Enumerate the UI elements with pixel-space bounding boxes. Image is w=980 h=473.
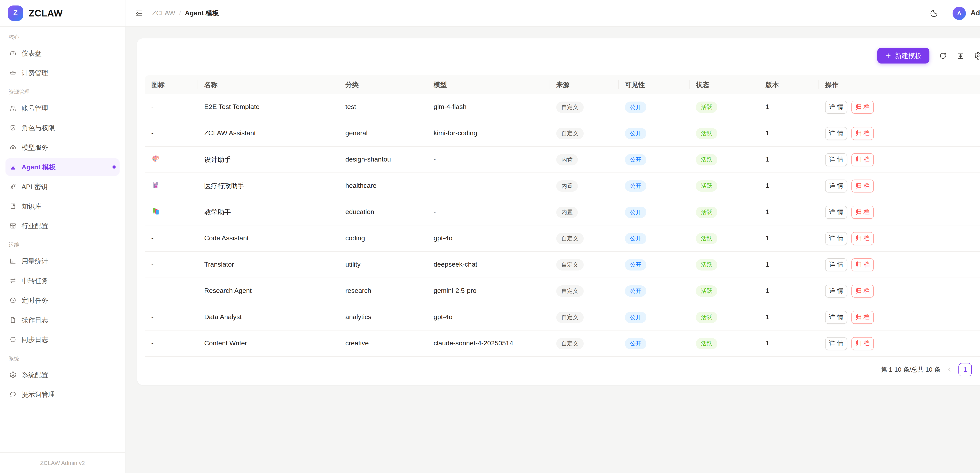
- sidebar-section-label: 运维: [9, 242, 116, 248]
- sidebar-section-label: 系统: [9, 355, 116, 362]
- sidebar-item-operation-logs[interactable]: 操作日志: [5, 311, 119, 328]
- status-badge: 活跃: [696, 312, 718, 323]
- sidebar-item-sync-logs[interactable]: 同步日志: [5, 331, 119, 348]
- breadcrumb-root[interactable]: ZCLAW: [152, 9, 175, 17]
- cell-source: 内置: [550, 199, 619, 225]
- moon-icon[interactable]: [930, 9, 939, 18]
- sidebar-item-model-services[interactable]: 模型服务: [5, 139, 119, 156]
- detail-button[interactable]: 详 情: [825, 205, 847, 218]
- cell-visibility: 公开: [619, 120, 689, 147]
- logo-badge: Z: [8, 5, 23, 21]
- sidebar-section: 运维 用量统计 中转任务 定时任务 操作日志 同步日志: [5, 242, 119, 348]
- column-height-icon[interactable]: [956, 51, 965, 60]
- cell-icon: [145, 173, 198, 199]
- source-badge: 自定义: [556, 233, 584, 244]
- sidebar-item-roles[interactable]: 角色与权限: [5, 119, 119, 137]
- detail-button[interactable]: 详 情: [825, 232, 847, 245]
- books-emoji-icon: [151, 207, 160, 215]
- source-badge: 自定义: [556, 312, 584, 323]
- user-menu[interactable]: A Admin: [953, 6, 980, 20]
- sidebar-nav: 核心 仪表盘 计费管理 资源管理 账号管理 角色与权限 模型服务 Agent 模…: [0, 27, 125, 452]
- cell-model: kimi-for-coding: [427, 120, 550, 147]
- sidebar-item-prompt-management[interactable]: 提示词管理: [5, 386, 119, 403]
- chevron-right-icon[interactable]: [978, 366, 980, 373]
- cell-version: 1: [759, 94, 819, 120]
- archive-button[interactable]: 归 档: [852, 179, 874, 192]
- column-header: 分类: [339, 75, 427, 94]
- page-1-button[interactable]: 1: [958, 363, 972, 376]
- cell-source: 自定义: [550, 304, 619, 331]
- sidebar-section: 资源管理 账号管理 角色与权限 模型服务 Agent 模板 API 密钥 知识库…: [5, 89, 119, 234]
- cell-status: 活跃: [689, 331, 759, 357]
- archive-button[interactable]: 归 档: [852, 311, 874, 323]
- sidebar-item-billing[interactable]: 计费管理: [5, 64, 119, 81]
- visibility-badge: 公开: [625, 127, 646, 139]
- status-badge: 活跃: [696, 285, 718, 296]
- sidebar-item-api-keys[interactable]: API 密钥: [5, 178, 119, 195]
- sidebar-item-system-config[interactable]: 系统配置: [5, 366, 119, 384]
- detail-button[interactable]: 详 情: [825, 337, 847, 350]
- cell-source: 内置: [550, 147, 619, 173]
- detail-button[interactable]: 详 情: [825, 100, 847, 113]
- cell-source: 自定义: [550, 278, 619, 304]
- visibility-badge: 公开: [625, 180, 646, 191]
- refresh-icon[interactable]: [939, 51, 947, 60]
- cell-source: 自定义: [550, 331, 619, 357]
- sidebar-item-industry-config[interactable]: 行业配置: [5, 217, 119, 234]
- cell-actions: 详 情 归 档: [819, 252, 980, 278]
- new-template-button[interactable]: 新建模板: [877, 48, 929, 64]
- cell-version: 1: [759, 225, 819, 252]
- table-row: - Content Writer creative claude-sonnet-…: [145, 331, 980, 357]
- cell-icon: -: [145, 304, 198, 331]
- detail-button[interactable]: 详 情: [825, 311, 847, 323]
- sidebar-item-accounts[interactable]: 账号管理: [5, 100, 119, 117]
- detail-button[interactable]: 详 情: [825, 153, 847, 166]
- cell-version: 1: [759, 173, 819, 199]
- cell-category: healthcare: [339, 173, 427, 199]
- archive-button[interactable]: 归 档: [852, 153, 874, 166]
- pagination-summary: 第 1-10 条/总共 10 条: [881, 366, 940, 374]
- detail-button[interactable]: 详 情: [825, 127, 847, 140]
- archive-button[interactable]: 归 档: [852, 337, 874, 350]
- sidebar-item-usage-stats[interactable]: 用量统计: [5, 252, 119, 270]
- sidebar-item-relay-tasks[interactable]: 中转任务: [5, 272, 119, 289]
- sidebar-footer: ZCLAW Admin v2: [0, 452, 125, 473]
- archive-button[interactable]: 归 档: [852, 205, 874, 218]
- cell-category: coding: [339, 225, 427, 252]
- cell-icon: -: [145, 94, 198, 120]
- cell-model: claude-sonnet-4-20250514: [427, 331, 550, 357]
- cell-icon: -: [145, 278, 198, 304]
- cell-visibility: 公开: [619, 252, 689, 278]
- cell-model: -: [427, 199, 550, 225]
- archive-button[interactable]: 归 档: [852, 127, 874, 140]
- cell-source: 自定义: [550, 225, 619, 252]
- sidebar-item-cron-tasks[interactable]: 定时任务: [5, 292, 119, 309]
- source-badge: 内置: [556, 154, 578, 165]
- app-title: ZCLAW: [29, 8, 63, 19]
- settings-gear-icon[interactable]: [974, 51, 980, 60]
- table-row: - Data Analyst analytics gpt-4o 自定义 公开 活…: [145, 304, 980, 331]
- archive-button[interactable]: 归 档: [852, 232, 874, 245]
- sidebar-section: 核心 仪表盘 计费管理: [5, 34, 119, 81]
- detail-button[interactable]: 详 情: [825, 284, 847, 297]
- column-header: 图标: [145, 75, 198, 94]
- chevron-left-icon[interactable]: [946, 366, 953, 373]
- detail-button[interactable]: 详 情: [825, 179, 847, 192]
- cell-version: 1: [759, 120, 819, 147]
- cell-model: -: [427, 147, 550, 173]
- cell-visibility: 公开: [619, 331, 689, 357]
- cell-visibility: 公开: [619, 304, 689, 331]
- archive-button[interactable]: 归 档: [852, 100, 874, 113]
- cell-visibility: 公开: [619, 225, 689, 252]
- status-badge: 活跃: [696, 259, 718, 270]
- source-badge: 内置: [556, 206, 578, 218]
- cell-name: 教学助手: [198, 199, 339, 225]
- archive-button[interactable]: 归 档: [852, 284, 874, 297]
- detail-button[interactable]: 详 情: [825, 258, 847, 271]
- archive-button[interactable]: 归 档: [852, 258, 874, 271]
- sidebar-item-agent-templates[interactable]: Agent 模板: [5, 158, 119, 176]
- sidebar-item-dashboard[interactable]: 仪表盘: [5, 45, 119, 62]
- menu-fold-icon[interactable]: [135, 9, 143, 18]
- cell-source: 内置: [550, 173, 619, 199]
- sidebar-item-knowledge-base[interactable]: 知识库: [5, 197, 119, 215]
